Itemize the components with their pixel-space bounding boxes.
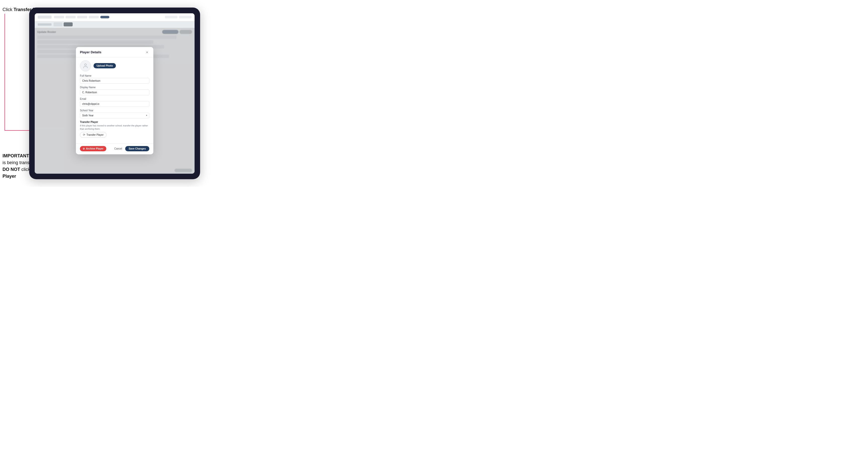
email-group: Email: [80, 97, 149, 107]
email-input[interactable]: [80, 101, 149, 107]
cancel-button[interactable]: Cancel: [112, 146, 124, 151]
modal-footer: ⊘ Archive Player Cancel Save Changes: [76, 143, 153, 154]
full-name-group: Full Name: [80, 74, 149, 84]
full-name-input[interactable]: [80, 78, 149, 84]
nav-item-3: [77, 16, 87, 18]
transfer-player-description: If this player has moved to another scho…: [80, 124, 149, 130]
transfer-icon: ⟳: [83, 133, 85, 136]
important-label: IMPORTANT: [2, 153, 29, 158]
topbar-user: [165, 16, 178, 18]
school-year-label: School Year: [80, 109, 149, 112]
nav-item-1: [54, 16, 64, 18]
close-button[interactable]: ×: [145, 50, 149, 55]
full-name-label: Full Name: [80, 74, 149, 77]
email-label: Email: [80, 97, 149, 100]
sub-nav-tabs: [54, 22, 73, 26]
modal-title: Player Details: [80, 50, 101, 54]
school-year-group: School Year Sixth Year First Year Second…: [80, 109, 149, 118]
instruction-prefix: Click: [2, 7, 13, 12]
topbar-action: [179, 16, 191, 18]
arrow-line-vertical: [4, 14, 5, 131]
display-name-input[interactable]: [80, 90, 149, 95]
school-year-select[interactable]: Sixth Year First Year Second Year Third …: [80, 113, 149, 118]
footer-right-actions: Cancel Save Changes: [112, 146, 149, 151]
display-name-label: Display Name: [80, 86, 149, 89]
topbar-nav: [54, 16, 162, 18]
tablet-frame: Update Roster: [29, 7, 200, 179]
archive-label: Archive Player: [86, 147, 103, 150]
nav-item-roster-active: [100, 16, 110, 18]
school-year-select-wrapper: Sixth Year First Year Second Year Third …: [80, 113, 149, 118]
app-logo: [38, 15, 52, 19]
archive-player-button[interactable]: ⊘ Archive Player: [80, 146, 106, 151]
nav-item-2: [66, 16, 76, 18]
sub-navbar: [35, 21, 194, 28]
do-not-label: DO NOT: [2, 167, 20, 172]
display-name-group: Display Name: [80, 86, 149, 95]
main-area: Update Roster: [35, 28, 194, 174]
nav-item-4: [89, 16, 99, 18]
svg-point-0: [85, 64, 86, 66]
modal-header: Player Details ×: [76, 47, 153, 57]
avatar-section: Upload Photo: [80, 60, 149, 71]
topbar-right: [165, 16, 191, 18]
archive-icon: ⊘: [83, 147, 85, 150]
modal-body: Upload Photo Full Name Display Name: [76, 57, 153, 143]
sub-tab-1: [54, 22, 63, 26]
transfer-player-section: Transfer Player If this player has moved…: [80, 121, 149, 138]
save-changes-button[interactable]: Save Changes: [125, 146, 149, 151]
sub-tab-active: [64, 22, 73, 26]
transfer-button-label: Transfer Player: [87, 133, 103, 136]
avatar: [80, 60, 91, 71]
transfer-player-label: Transfer Player: [80, 121, 149, 123]
modal-overlay: Player Details ×: [35, 28, 194, 174]
upload-photo-button[interactable]: Upload Photo: [94, 63, 116, 68]
transfer-player-button[interactable]: ⟳ Transfer Player: [80, 132, 106, 138]
player-details-modal: Player Details ×: [76, 47, 153, 154]
tablet-screen: Update Roster: [35, 13, 194, 174]
sub-nav-breadcrumb: [38, 23, 52, 26]
app-topbar: [35, 13, 194, 21]
